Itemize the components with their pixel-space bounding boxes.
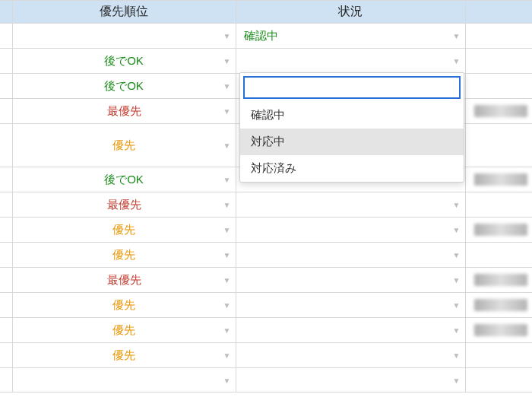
row-stub-left bbox=[0, 74, 12, 99]
header-priority[interactable]: 優先順位 bbox=[12, 1, 236, 24]
table-row: 後でOK▼▼ bbox=[0, 49, 532, 74]
priority-value: 最優先 bbox=[13, 99, 236, 123]
priority-cell[interactable]: ▼ bbox=[12, 368, 236, 393]
dropdown-arrow-icon[interactable]: ▼ bbox=[453, 251, 461, 259]
table-row: 優先▼▼ bbox=[0, 243, 532, 268]
table-row: 優先▼▼ bbox=[0, 343, 532, 368]
table-row: 最優先▼▼ bbox=[0, 192, 532, 218]
priority-cell[interactable]: 後でOK▼ bbox=[12, 167, 236, 192]
status-value: 確認中 bbox=[236, 24, 465, 48]
dropdown-arrow-icon[interactable]: ▼ bbox=[453, 326, 461, 335]
row-stub-left bbox=[0, 192, 12, 218]
dropdown-arrow-icon[interactable]: ▼ bbox=[453, 376, 461, 384]
status-cell[interactable]: ▼ bbox=[236, 318, 465, 343]
row-stub-right bbox=[465, 218, 532, 243]
status-cell[interactable]: ▼ bbox=[236, 218, 465, 243]
redacted-content bbox=[474, 299, 527, 311]
priority-cell[interactable]: 優先▼ bbox=[12, 318, 236, 343]
table-row: ▼▼ bbox=[0, 368, 532, 393]
priority-cell[interactable]: 最優先▼ bbox=[12, 99, 236, 124]
row-stub-right bbox=[465, 49, 532, 74]
spreadsheet-table: 優先順位 状況 ▼確認中▼後でOK▼▼後でOK▼▼最優先▼▼優先▼▼後でOK▼▼… bbox=[0, 0, 532, 393]
priority-value: 後でOK bbox=[13, 74, 236, 98]
priority-cell[interactable]: 優先▼ bbox=[12, 293, 236, 318]
row-stub-right bbox=[465, 268, 532, 293]
status-cell[interactable]: ▼ bbox=[236, 243, 465, 268]
dropdown-arrow-icon[interactable]: ▼ bbox=[223, 376, 231, 384]
header-row: 優先順位 状況 bbox=[0, 1, 532, 24]
priority-cell[interactable]: 後でOK▼ bbox=[12, 74, 236, 99]
status-cell[interactable]: ▼ bbox=[236, 192, 465, 218]
validation-dropdown: 確認中対応中対応済み bbox=[239, 72, 464, 183]
priority-value: 優先 bbox=[13, 293, 236, 317]
dropdown-arrow-icon[interactable]: ▼ bbox=[453, 351, 461, 360]
priority-cell[interactable]: ▼ bbox=[12, 24, 236, 49]
dropdown-arrow-icon[interactable]: ▼ bbox=[453, 301, 461, 310]
priority-cell[interactable]: 優先▼ bbox=[12, 243, 236, 268]
priority-cell[interactable]: 最優先▼ bbox=[12, 268, 236, 293]
status-cell[interactable]: ▼ bbox=[236, 49, 465, 74]
priority-value: 後でOK bbox=[13, 49, 236, 73]
row-stub-left bbox=[0, 49, 12, 74]
row-stub-left bbox=[0, 268, 12, 293]
priority-cell[interactable]: 後でOK▼ bbox=[12, 49, 236, 74]
dropdown-arrow-icon[interactable]: ▼ bbox=[453, 276, 461, 284]
status-cell[interactable]: 確認中▼ bbox=[236, 24, 465, 49]
row-stub-left bbox=[0, 124, 12, 167]
row-stub-right bbox=[465, 343, 532, 368]
row-stub-left bbox=[0, 318, 12, 343]
row-stub-left bbox=[0, 368, 12, 393]
priority-cell[interactable]: 優先▼ bbox=[12, 218, 236, 243]
table-row: 優先▼▼ bbox=[0, 318, 532, 343]
row-stub-right bbox=[465, 167, 532, 192]
dropdown-arrow-icon[interactable]: ▼ bbox=[223, 32, 231, 40]
priority-cell[interactable]: 優先▼ bbox=[12, 124, 236, 167]
row-stub-right bbox=[465, 368, 532, 393]
priority-value: 優先 bbox=[13, 318, 236, 342]
priority-value: 優先 bbox=[13, 218, 236, 242]
redacted-content bbox=[474, 274, 527, 286]
priority-value: 最優先 bbox=[13, 192, 236, 217]
row-stub-right bbox=[465, 99, 532, 124]
row-stub-left bbox=[0, 99, 12, 124]
dropdown-options-list: 確認中対応中対応済み bbox=[240, 102, 464, 182]
priority-cell[interactable]: 最優先▼ bbox=[12, 192, 236, 218]
redacted-content bbox=[474, 173, 527, 186]
dropdown-option[interactable]: 確認中 bbox=[240, 102, 464, 129]
table-row: 最優先▼▼ bbox=[0, 268, 532, 293]
row-stub-right bbox=[465, 74, 532, 99]
header-left-stub bbox=[0, 1, 12, 24]
dropdown-arrow-icon[interactable]: ▼ bbox=[453, 226, 461, 234]
row-stub-left bbox=[0, 243, 12, 268]
row-stub-right bbox=[465, 24, 532, 49]
dropdown-arrow-icon[interactable]: ▼ bbox=[453, 201, 461, 209]
dropdown-option[interactable]: 対応中 bbox=[240, 129, 464, 155]
redacted-content bbox=[474, 224, 527, 236]
row-stub-left bbox=[0, 24, 12, 49]
status-cell[interactable]: ▼ bbox=[236, 343, 465, 368]
row-stub-left bbox=[0, 343, 12, 368]
row-stub-right bbox=[465, 192, 532, 218]
priority-value: 優先 bbox=[13, 124, 236, 167]
row-stub-left bbox=[0, 218, 12, 243]
row-stub-right bbox=[465, 318, 532, 343]
dropdown-filter-input[interactable] bbox=[243, 76, 461, 99]
row-stub-right bbox=[465, 293, 532, 318]
status-cell[interactable]: ▼ bbox=[236, 268, 465, 293]
table-row: 優先▼▼ bbox=[0, 293, 532, 318]
dropdown-option[interactable]: 対応済み bbox=[240, 155, 464, 182]
table-row: ▼確認中▼ bbox=[0, 24, 532, 49]
dropdown-arrow-icon[interactable]: ▼ bbox=[453, 57, 461, 65]
priority-value: 後でOK bbox=[13, 167, 236, 192]
row-stub-left bbox=[0, 167, 12, 192]
priority-cell[interactable]: 優先▼ bbox=[12, 343, 236, 368]
status-cell[interactable]: ▼ bbox=[236, 368, 465, 393]
priority-value: 優先 bbox=[13, 343, 236, 367]
priority-value: 優先 bbox=[13, 243, 236, 267]
row-stub-left bbox=[0, 293, 12, 318]
status-cell[interactable]: ▼ bbox=[236, 293, 465, 318]
table-row: 優先▼▼ bbox=[0, 218, 532, 243]
redacted-content bbox=[474, 324, 527, 336]
header-status[interactable]: 状況 bbox=[236, 1, 465, 24]
redacted-content bbox=[474, 105, 527, 117]
